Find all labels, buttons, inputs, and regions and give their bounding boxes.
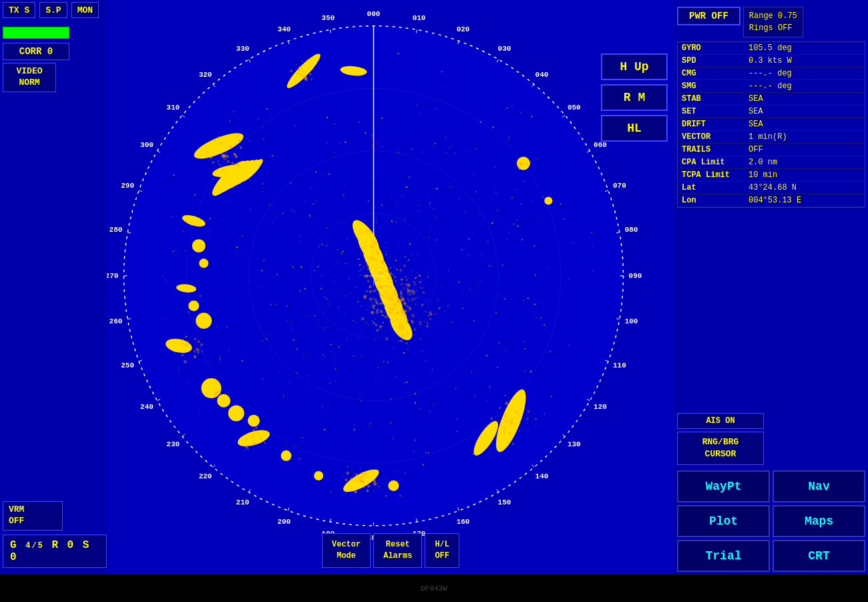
info-row: CPA Limit2.0 nm [678,156,865,169]
rng-brg-button[interactable]: RNG/BRG CURSOR [677,432,764,465]
crt-button[interactable]: CRT [773,540,865,572]
h-up-button[interactable]: H Up [601,53,668,80]
info-row: TCPA Limit10 min [678,169,865,182]
top-header: TX S S.P MON [0,0,868,20]
maps-button[interactable]: Maps [773,505,865,537]
info-table: GYRO105.5 degSPD0.3 kts WCMG---.- degSMG… [677,41,865,208]
trial-button[interactable]: Trial [677,540,770,572]
info-row: CMG---.- deg [678,67,865,80]
radar-display [107,0,674,575]
corr-display[interactable]: CORR 0 [3,43,69,60]
video-label: VIDEO NORM [16,66,42,88]
info-row: SPD0.3 kts W [678,55,865,67]
watermark-text: DF043W [421,585,447,593]
nav-button[interactable]: Nav [773,470,865,502]
hl-off-button[interactable]: H/L OFF [425,533,459,568]
info-row: SMG---.- deg [678,80,865,93]
info-row: GYRO105.5 deg [678,42,865,55]
info-row: VECTOR1 min(R) [678,131,865,144]
sp-button[interactable]: S.P [39,2,67,18]
mon-button[interactable]: MON [71,2,99,18]
rings-text: Rings OFF [749,22,797,34]
gyro-bottom-display: G 4/5 R 0 S 0 [3,535,107,568]
bottom-bar: DF043W [0,575,868,602]
nav-buttons-grid: WayPt Nav Plot Maps Trial CRT [677,470,865,572]
hl-button[interactable]: HL [601,115,668,142]
tx-button[interactable]: TX S [3,2,35,18]
waypt-button[interactable]: WayPt [677,470,770,502]
bottom-center-buttons: Vector Mode Reset Alarms H/L OFF [322,533,459,568]
reset-alarms-button[interactable]: Reset Alarms [373,533,422,568]
ais-button[interactable]: AIS ON [677,413,764,429]
right-panel: PWR OFF Range 0.75 Rings OFF GYRO105.5 d… [674,0,868,575]
info-row: Lon004°53.13 E [678,194,865,207]
vrm-display[interactable]: VRM OFF [3,501,63,531]
signal-bar [3,27,69,39]
vector-mode-button[interactable]: Vector Mode [322,533,371,568]
rm-button[interactable]: R M [601,84,668,111]
info-row: DRIFTSEA [678,118,865,131]
info-row: TRAILSOFF [678,144,865,156]
center-panel: Vector Mode Reset Alarms H/L OFF [107,0,674,575]
info-row: SETSEA [678,106,865,118]
info-row: STABSEA [678,93,865,106]
left-panel: CORR 0 VIDEO NORM VRM OFF EBL OFF G 4/5 … [0,0,107,575]
plot-button[interactable]: Plot [677,505,770,537]
video-display: VIDEO NORM [3,63,56,92]
info-row: Lat43°24.68 N [678,182,865,194]
